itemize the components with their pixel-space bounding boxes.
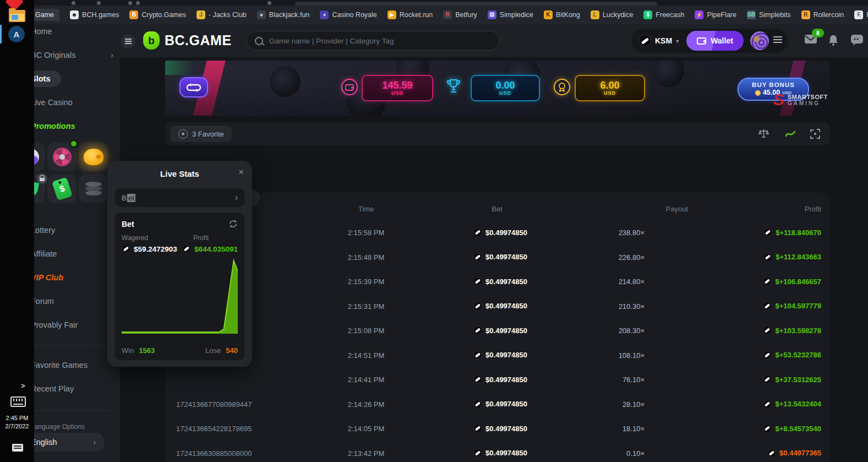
trophy-display: 0.00 USD <box>471 75 540 101</box>
wheel-icon <box>53 148 72 166</box>
bonus-unit: USD <box>604 91 616 96</box>
tab-favicon[interactable] <box>136 1 140 5</box>
game-tile-dollar-tag[interactable]: $ <box>47 174 77 203</box>
bet-amount: $0.49974850 <box>407 302 527 311</box>
bookmark-item[interactable]: B Crypto.Games <box>129 10 186 19</box>
bookmark-favicon-icon: ▶ <box>387 10 396 19</box>
bookmark-label: - Jacks Club <box>209 11 247 19</box>
bet-row[interactable]: 1724136677080989447 2:14:26 PM $0.499748… <box>165 392 830 417</box>
user-avatar[interactable] <box>750 31 769 50</box>
refresh-icon[interactable] <box>228 219 238 229</box>
currency-selector[interactable]: KSM ▾ <box>631 35 683 47</box>
bookmark-favicon-icon: ⚡ <box>695 10 703 19</box>
browser-tab-bar[interactable] <box>0 0 868 6</box>
star-icon: ★ <box>178 129 188 139</box>
account-menu-icon[interactable] <box>773 36 782 44</box>
tab-favicon[interactable] <box>268 1 271 5</box>
game-search[interactable] <box>247 31 500 51</box>
bet-row[interactable]: 2:14:41 PM $0.49974850 76.10× $+37.53126… <box>165 367 830 392</box>
language-value: English <box>31 438 57 447</box>
sidebar-item-label: VIP Club <box>31 273 63 282</box>
close-icon[interactable]: × <box>238 167 244 178</box>
bookmark-item[interactable]: R Rollercoin <box>801 10 844 19</box>
bookmark-item[interactable]: ⚡ PipeFlare <box>695 10 736 19</box>
stats-mode-selector[interactable]: Bet › <box>115 188 244 207</box>
bookmark-item[interactable]: B Betfury <box>443 10 477 19</box>
fullscreen-icon[interactable] <box>810 129 820 139</box>
ksm-coin-icon <box>473 277 482 286</box>
bet-profit: $+112.843663 <box>763 253 821 262</box>
favorite-count-button[interactable]: ★ 3 Favorite <box>171 126 232 142</box>
touch-keyboard-icon[interactable] <box>10 396 26 407</box>
game-tile-piggy[interactable] <box>79 142 108 171</box>
ksm-coin-icon <box>763 253 772 262</box>
sidebar-item-label: Forum <box>31 297 54 306</box>
trophy-value: 0.00 <box>495 80 515 91</box>
bet-row[interactable]: 2:15:08 PM $0.49974850 208.30× $+103.598… <box>165 318 830 343</box>
ksm-coin-icon <box>473 351 482 360</box>
col-header-time: Time <box>297 205 435 213</box>
mail-badge: 8 <box>812 29 824 37</box>
fairness-scale-icon[interactable] <box>758 129 769 139</box>
bookmark-favicon-icon: ♦ <box>320 10 329 19</box>
bet-row[interactable]: 1724136630885008000 2:13:42 PM $0.499748… <box>165 441 830 462</box>
bookmark-item[interactable]: SB Simplebits <box>747 10 791 19</box>
col-header-profit: Profit <box>805 205 821 213</box>
bookmark-item[interactable]: ▶ Rocket.run <box>387 10 433 19</box>
bet-row[interactable]: 2:15:39 PM $0.49974850 214.80× $+106.846… <box>165 269 830 294</box>
screen: Game ☻ BCH.games B Crypto.Games J - Jack… <box>0 0 868 462</box>
tab-favicon[interactable] <box>97 1 101 5</box>
bookmark-item[interactable]: K BitKong <box>544 10 580 19</box>
provider-logo: S SMARTSOFT GAMING <box>773 93 828 107</box>
medal-icon <box>554 79 570 95</box>
sidebar-item-label: Recent Play <box>31 384 74 393</box>
logo-text: BC.GAME <box>165 32 232 48</box>
mail-button[interactable]: 8 <box>804 34 817 44</box>
bet-payout: 108.10× <box>528 351 645 359</box>
bookmark-item[interactable]: L Luckydice <box>591 10 634 19</box>
bookmarks-overflow-chevron-icon[interactable]: › <box>859 11 861 20</box>
live-stats-trend-icon[interactable] <box>785 129 796 139</box>
chat-icon[interactable] <box>850 34 864 46</box>
show-hidden-icons-chevron[interactable]: > <box>21 382 25 390</box>
bet-row[interactable]: 2:15:48 PM $0.49974850 226.80× $+112.843… <box>165 245 830 270</box>
file-explorer-icon[interactable] <box>9 10 25 22</box>
tab-favicon[interactable] <box>128 1 132 5</box>
taskbar-clock[interactable]: 2:45 PM 2/7/2022 <box>0 414 34 431</box>
bookmark-label: Freecash <box>656 11 684 19</box>
game-banner: 145.59 USD 0.00 USD 6.00 USD BUY BONUS <box>165 61 830 116</box>
lose-label: Lose <box>205 346 221 355</box>
lock-icon <box>37 173 47 184</box>
bet-row[interactable]: 1724136654228178695 2:14:05 PM $0.499748… <box>165 416 830 441</box>
sidebar-item-label: Favorite Games <box>31 361 88 369</box>
bookmark-label: Luckydice <box>603 11 634 19</box>
hamburger-menu-icon[interactable] <box>121 34 135 48</box>
app-header: b BC.GAME KSM ▾ Wallet 8 <box>120 24 868 57</box>
bookmark-item[interactable]: J - Jacks Club <box>196 10 247 19</box>
bookmark-item[interactable]: $ Freecash <box>643 10 684 19</box>
bet-amount: $0.49974850 <box>407 449 527 458</box>
active-tab[interactable] <box>294 2 658 6</box>
ksm-coin-icon <box>767 449 776 458</box>
bet-row[interactable]: 2:14:51 PM $0.49974850 108.10× $+53.5232… <box>165 343 830 368</box>
notifications-bell-icon[interactable] <box>827 34 839 46</box>
bookmark-item[interactable]: ⚄ Simpledice <box>488 10 533 19</box>
favorite-count-label: 3 Favorite <box>192 130 224 138</box>
pinned-app-icon[interactable]: A <box>8 26 25 42</box>
bookmark-favicon-icon: K <box>544 10 553 19</box>
tab-favicon[interactable] <box>72 1 75 5</box>
autoplay-loop-button[interactable] <box>179 77 208 97</box>
bookmark-item[interactable]: ♠ Blackjack.fun <box>257 10 310 19</box>
action-center-icon[interactable] <box>12 444 23 452</box>
search-input[interactable] <box>268 36 492 46</box>
bet-row[interactable]: 2:15:58 PM $0.49974850 238.80× $+118.840… <box>165 220 830 245</box>
wallet-button[interactable]: Wallet <box>686 31 744 51</box>
currency-code: KSM <box>655 36 672 45</box>
bookmark-item[interactable]: ☻ BCH.games <box>70 10 119 19</box>
game-tile-coins[interactable] <box>79 174 108 203</box>
bookmark-label: Casino Royale <box>332 11 376 19</box>
site-logo[interactable]: b BC.GAME <box>143 31 232 50</box>
selector-text: B <box>122 194 127 202</box>
bet-row[interactable]: 2:15:31 PM $0.49974850 210.30× $+104.597… <box>165 294 830 319</box>
bookmark-item[interactable]: ♦ Casino Royale <box>320 10 376 19</box>
